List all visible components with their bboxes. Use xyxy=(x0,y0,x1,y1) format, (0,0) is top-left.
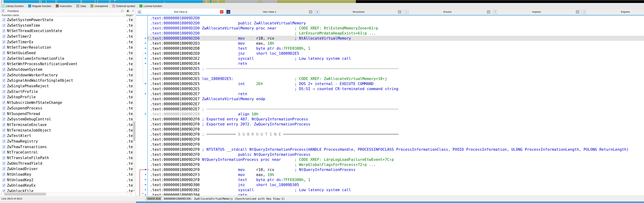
function-list-item[interactable]: ƒZwSetTimerEx.te xyxy=(0,39,132,45)
tab-structures[interactable]: AStructures× xyxy=(314,8,403,15)
function-list-item[interactable]: ƒZwUmsThreadYield.te xyxy=(0,161,132,166)
tab-close-button[interactable]: × xyxy=(309,10,312,13)
tab-enums[interactable]: ≡Enums× xyxy=(403,8,492,15)
disasm-line[interactable]: .text:000000018009D302 syscall ; Low lat… xyxy=(150,187,351,192)
disasm-line[interactable]: .text:000000018009D2E5 ; ───────────────… xyxy=(150,66,398,71)
disasm-line[interactable]: .text:000000018009D2F0 ; ═════════════ S… xyxy=(150,132,398,137)
disasm-line[interactable]: .text:000000018009D2E0 jnz short loc_180… xyxy=(150,51,299,56)
disasm-line[interactable]: .text:000000018009D2F0 ; Exported entry … xyxy=(150,122,310,127)
function-list-item[interactable]: ƒNtTerminateJobObject.te xyxy=(0,128,132,133)
navband-segment[interactable] xyxy=(356,0,644,3)
disassembly-code-layer[interactable]: .text:000000018009D2D0.text:000000018009… xyxy=(136,15,644,196)
disasm-line[interactable]: .text:000000018009D2E7 xyxy=(150,101,200,106)
function-list-item[interactable]: ƒZwSetSystemTime.te xyxy=(0,23,132,28)
navband-segment[interactable] xyxy=(260,0,260,3)
function-list-item[interactable]: ƒNtUnloadKey2.te xyxy=(0,177,132,183)
vscrollbar-thumb[interactable] xyxy=(133,122,135,141)
navband-scroll-arrows[interactable]: ◂ ▸ xyxy=(0,0,3,3)
disasm-line[interactable]: .text:000000018009D2E5 ; DS:SI → counted… xyxy=(150,86,398,91)
function-list-item[interactable]: ƒZwSystemDebugControl.te xyxy=(0,116,132,122)
function-list-item[interactable]: ƒZwSuspendProcess.te xyxy=(0,105,132,111)
tab-close-button[interactable]: × xyxy=(220,10,224,13)
navband-segment[interactable] xyxy=(277,0,356,3)
disasm-line[interactable]: .text:000000018009D2E7 retn xyxy=(150,91,247,96)
function-list-item[interactable]: ƒNtTranslateFilePath.te xyxy=(0,155,132,161)
function-list-item[interactable]: ƒZwSinglePhaseReject.te xyxy=(0,83,132,89)
function-list-item[interactable]: ƒNtSetTimerResolution.te xyxy=(0,45,132,50)
disasm-line[interactable]: .text:000000018009D2F0 ; WerpGlobalFlags… xyxy=(150,162,376,167)
functions-list[interactable]: ƒZwSetSystemPowerState.teƒZwSetSystemTim… xyxy=(0,17,132,192)
disasm-line[interactable]: .text:000000018009D2F0 xyxy=(150,127,200,132)
function-list-item[interactable]: ƒNtUnloadKey.te xyxy=(0,172,132,177)
disasm-line[interactable]: .text:000000018009D2F0 xyxy=(150,137,200,142)
function-list-item[interactable]: ƒNtSetWnfProcessNotificationEvent.te xyxy=(0,61,132,67)
navband-right-arrow-icon[interactable]: ▸ xyxy=(1,1,2,3)
function-list-item[interactable]: ƒZwUnloadDriver.te xyxy=(0,166,132,172)
disasm-line[interactable]: .text:000000018009D2E7 ZwAllocateVirtual… xyxy=(150,96,265,101)
function-list-item[interactable]: ƒZwStopProfile.te xyxy=(0,94,132,100)
column-header-function-name[interactable]: Function name xyxy=(2,13,19,16)
tab-exports[interactable]: ↥Exports× xyxy=(581,8,644,15)
disasm-line[interactable]: .text:000000018009D2F0 public NtQueryInf… xyxy=(150,152,310,157)
function-list-item[interactable]: ƒNtSubscribeWnfStateChange.te xyxy=(0,100,132,105)
disasm-line[interactable]: .text:000000018009D2D0 ; LdrEnsureMrdata… xyxy=(150,31,376,36)
disasm-line[interactable]: .text:000000018009D2E5 loc_18009D2E5: ; … xyxy=(150,76,387,81)
functions-horizontal-scrollbar[interactable]: ‹ › xyxy=(0,192,132,196)
functions-vertical-scrollbar[interactable]: ∨ xyxy=(132,17,136,192)
navband-segment[interactable] xyxy=(225,0,277,3)
disasm-line[interactable]: .text:000000018009D2D0 public ZwAllocate… xyxy=(150,20,306,26)
disasm-line[interactable]: .text:000000018009D2D0 mov r10, rcx ; Nt… xyxy=(150,36,351,41)
navband-segment[interactable] xyxy=(4,0,203,3)
tab-close-button[interactable]: × xyxy=(398,10,401,13)
navband-segment[interactable] xyxy=(212,0,217,3)
functions-panel-titlebar[interactable]: ƒ Functions ▢ ▣ × xyxy=(0,8,136,13)
navband-segment[interactable] xyxy=(219,0,225,3)
navband-segment[interactable] xyxy=(203,0,206,3)
function-list-item[interactable]: ƒZwShutdownSystem.te xyxy=(0,67,132,72)
disasm-line[interactable]: .text:000000018009D2F0 ; NTSTATUS __stdc… xyxy=(150,147,629,152)
function-list-item[interactable]: ƒZwUnlockFile.te xyxy=(0,188,132,192)
function-list-item[interactable]: ƒZwTestAlert.te xyxy=(0,133,132,139)
close-button[interactable]: × xyxy=(132,9,134,12)
navigation-band[interactable] xyxy=(4,0,644,3)
disasm-line[interactable]: .text:000000018009D2F0 mov r10, rcx ; Nt… xyxy=(150,167,356,172)
disasm-line[interactable]: .text:000000018009D2F0 xyxy=(150,142,200,147)
tab-imports[interactable]: ↧Imports× xyxy=(492,8,581,15)
disasm-line[interactable]: .text:000000018009D2E7 ; ───────────────… xyxy=(150,106,398,112)
tab-hex-view-1[interactable]: ◎Hex View-1× xyxy=(225,8,314,15)
disasm-line[interactable]: .text:000000018009D2E5 int 2Eh ; DOS 2+ … xyxy=(150,81,374,86)
functions-list-header[interactable]: Function name Segm ∧ xyxy=(0,13,132,17)
function-list-item[interactable]: ƒZwSignalAndWaitForSingleObject.te xyxy=(0,78,132,83)
function-list-item[interactable]: ƒZwStartProfile.te xyxy=(0,89,132,94)
tab-close-button[interactable]: × xyxy=(576,10,579,13)
disasm-line[interactable]: .text:000000018009D2D0 xyxy=(150,15,200,20)
disasm-line[interactable]: .text:000000018009D300 jnz short loc_180… xyxy=(150,182,299,187)
tab-close-button[interactable]: × xyxy=(487,10,490,13)
function-list-item[interactable]: ƒZwShutdownWorkerFactory.te xyxy=(0,72,132,78)
function-list-item[interactable]: ƒNtSuspendThread.te xyxy=(0,111,132,117)
disasm-line[interactable]: .text:000000018009D2E2 syscall ; Low lat… xyxy=(150,56,351,61)
scroll-down-icon[interactable]: ∨ xyxy=(133,190,135,192)
navband-segment[interactable] xyxy=(258,0,258,3)
navband-position-marker[interactable] xyxy=(114,0,115,3)
function-list-item[interactable]: ƒNtSetUuidSeed.te xyxy=(0,50,132,56)
disasm-line[interactable]: .text:000000018009D2F0 ; Exported entry … xyxy=(150,117,308,122)
disasm-line[interactable]: .text:000000018009D2E5 xyxy=(150,71,200,76)
disasm-line[interactable]: .text:000000018009D2D8 test byte ptr ds:… xyxy=(150,46,310,51)
disasm-line[interactable]: .text:000000018009D304 retn xyxy=(150,192,247,196)
float-button[interactable]: ▣ xyxy=(127,9,129,12)
function-list-item[interactable]: ƒNtTraceControl.te xyxy=(0,150,132,155)
function-list-item[interactable]: ƒZwSetVolumeInformationFile.te xyxy=(0,56,132,61)
function-list-item[interactable]: ƒZwUnloadKeyEx.te xyxy=(0,183,132,188)
function-list-item[interactable]: ƒZwSetSystemPowerState.te xyxy=(0,17,132,23)
function-list-item[interactable]: ƒNtTerminateEnclave.te xyxy=(0,122,132,128)
disasm-line[interactable]: .text:000000018009D2F8 test byte ptr ds:… xyxy=(150,177,310,182)
tab-ida-view-a[interactable]: ▤IDA View-A× xyxy=(136,8,225,15)
disasm-line[interactable]: .text:000000018009D2D3 mov eax, 18h xyxy=(150,41,274,46)
navband-segment[interactable] xyxy=(206,0,207,3)
function-list-item[interactable]: ƒZwThawRegistry.te xyxy=(0,139,132,144)
function-list-item[interactable]: ƒZwThawTransactions.te xyxy=(0,144,132,150)
navband-segment[interactable] xyxy=(207,0,210,3)
function-list-item[interactable]: ƒNtSetThreadExecutionState.te xyxy=(0,28,132,34)
disasm-line[interactable]: .text:000000018009D2F0 NtQueryInformatio… xyxy=(150,157,394,162)
